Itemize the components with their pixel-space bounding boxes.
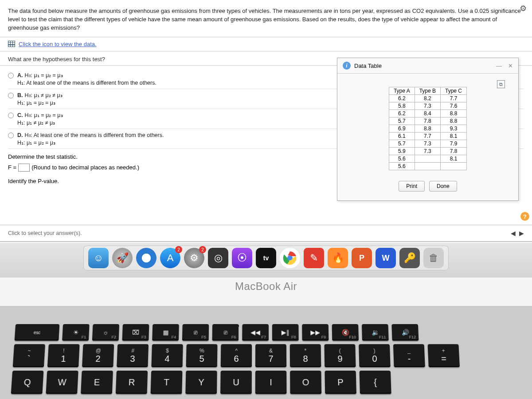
key-i[interactable]: I (255, 371, 287, 394)
key-f5[interactable]: ⎚F5 (182, 324, 209, 340)
minimize-icon[interactable]: — (496, 63, 502, 69)
key-f2[interactable]: ☼F2 (92, 324, 119, 340)
modal-title: Data Table (354, 63, 382, 69)
select-answer-text: Click to select your answer(s). (8, 230, 82, 236)
letter-a: A. (17, 72, 23, 78)
appstore-badge: 2 (175, 246, 182, 253)
key-f12[interactable]: 🔊F12 (391, 324, 419, 340)
done-button[interactable]: Done (429, 181, 457, 192)
table-cell: 5.7 (389, 140, 415, 148)
table-cell: 7.7 (415, 133, 440, 140)
table-row: 5.77.37.9 (389, 140, 466, 148)
key-4[interactable]: $4 (151, 344, 183, 367)
key-w[interactable]: W (46, 371, 78, 394)
key-3[interactable]: #3 (117, 344, 149, 367)
word-icon[interactable]: W (376, 248, 396, 268)
settings-icon[interactable]: ⚙2 (184, 248, 204, 268)
key-2[interactable]: @2 (82, 344, 114, 367)
footer-bar: Click to select your answer(s). ◀ ▶ (0, 225, 532, 241)
table-icon[interactable] (8, 41, 15, 47)
table-row: 6.98.89.3 (389, 125, 466, 133)
view-data-link[interactable]: Click the icon to view the data. (19, 41, 97, 47)
close-icon[interactable]: ✕ (508, 63, 513, 69)
letter-b: B. (17, 92, 23, 98)
table-cell: 7.9 (441, 140, 467, 148)
key-esc[interactable]: esc (15, 324, 60, 340)
key-q[interactable]: Q (11, 371, 44, 394)
key-6[interactable]: ^6 (221, 344, 252, 367)
key-f3[interactable]: ⌧F3 (122, 324, 149, 340)
key-f4[interactable]: ▦F4 (152, 324, 179, 340)
key-f11[interactable]: 🔉F11 (362, 324, 389, 340)
key--[interactable]: _- (393, 344, 425, 367)
fire-icon[interactable]: 🔥 (328, 248, 348, 268)
table-row: 6.28.48.8 (389, 110, 466, 117)
table-cell: 7.6 (441, 102, 467, 110)
table-row: 5.68.1 (389, 155, 466, 163)
chrome-icon[interactable] (280, 248, 300, 268)
table-cell: 6.2 (389, 95, 415, 102)
next-arrow-icon[interactable]: ▶ (519, 230, 524, 237)
safari-icon[interactable]: ✦ (136, 248, 156, 268)
help-icon[interactable]: ? (520, 212, 529, 221)
table-header: Type A (389, 87, 415, 95)
key-5[interactable]: %5 (186, 344, 218, 367)
key-`[interactable]: ~` (13, 344, 45, 367)
key-f10[interactable]: 🔇F10 (332, 324, 359, 340)
key-9[interactable]: (9 (324, 344, 356, 367)
growl-icon[interactable]: ◎ (208, 248, 228, 268)
key-t[interactable]: T (151, 371, 183, 394)
key-e[interactable]: E (81, 371, 113, 394)
key-f8[interactable]: ▶∥F8 (272, 324, 299, 340)
key-8[interactable]: *8 (290, 344, 321, 367)
keychain-icon[interactable]: 🔑 (399, 248, 420, 268)
table-cell: 8.2 (415, 95, 440, 102)
key-0[interactable]: )0 (359, 344, 390, 367)
table-cell: 9.3 (441, 125, 467, 133)
print-button[interactable]: Print (399, 181, 425, 192)
finder-icon[interactable]: ☺ (88, 248, 109, 268)
powerpoint-icon[interactable]: P (352, 248, 372, 268)
key-u[interactable]: U (220, 371, 252, 394)
key-f6[interactable]: ⎚F6 (212, 324, 239, 340)
table-cell: 5.8 (389, 102, 415, 110)
key-f7[interactable]: ◀◀F7 (242, 324, 269, 340)
option-b-h0: H₀: μ₁ ≠ μ₂ ≠ μ₃ (25, 92, 63, 98)
table-cell: 6.1 (389, 133, 415, 140)
key-1[interactable]: !1 (47, 344, 80, 367)
homework-window: ⚙ The data found below measure the amoun… (0, 0, 532, 242)
table-row: 6.17.78.1 (389, 133, 466, 140)
table-cell: 8.4 (415, 110, 440, 117)
dock-area: ☺ 🚀 ✦ A2 ⚙2 ◎ ⦿ tv ✎ 🔥 P W 🔑 🗑 (0, 243, 532, 278)
key-p[interactable]: P (325, 371, 356, 394)
data-link-row: Click the icon to view the data. (0, 37, 532, 51)
copy-icon[interactable]: ⧉ (497, 80, 505, 88)
key-o[interactable]: O (290, 371, 321, 394)
radio-a[interactable] (8, 73, 14, 78)
appstore-icon[interactable]: A2 (160, 248, 180, 268)
launchpad-icon[interactable]: 🚀 (112, 248, 133, 268)
key-r[interactable]: R (116, 371, 148, 394)
key-y[interactable]: Y (185, 371, 217, 394)
key-f9[interactable]: ▶▶F9 (302, 324, 329, 340)
keyboard: esc ☀F1☼F2⌧F3▦F4⎚F5⎚F6◀◀F7▶∥F8▶▶F9🔇F10🔉F… (0, 306, 532, 399)
key-=[interactable]: += (428, 344, 460, 367)
table-cell: 6.9 (389, 125, 415, 133)
radio-d[interactable] (8, 133, 14, 138)
acrobat-icon[interactable]: ✎ (304, 248, 324, 268)
table-row: 6.28.27.7 (389, 95, 466, 102)
key-f1[interactable]: ☀F1 (62, 324, 89, 340)
radio-c[interactable] (8, 113, 14, 118)
podcast-icon[interactable]: ⦿ (232, 248, 252, 268)
prev-arrow-icon[interactable]: ◀ (511, 230, 516, 237)
f-input[interactable] (18, 164, 30, 172)
f-note: (Round to two decimal places as needed.) (31, 164, 139, 171)
radio-b[interactable] (8, 93, 14, 98)
appletv-icon[interactable]: tv (256, 248, 276, 268)
trash-icon[interactable]: 🗑 (423, 248, 444, 268)
table-row: 5.87.37.6 (389, 102, 466, 110)
option-c-h0: H₀: μ₁ = μ₂ = μ₃ (25, 112, 63, 118)
key-{[interactable]: { (360, 371, 391, 394)
gear-icon[interactable]: ⚙ (520, 4, 527, 13)
key-7[interactable]: &7 (255, 344, 286, 367)
